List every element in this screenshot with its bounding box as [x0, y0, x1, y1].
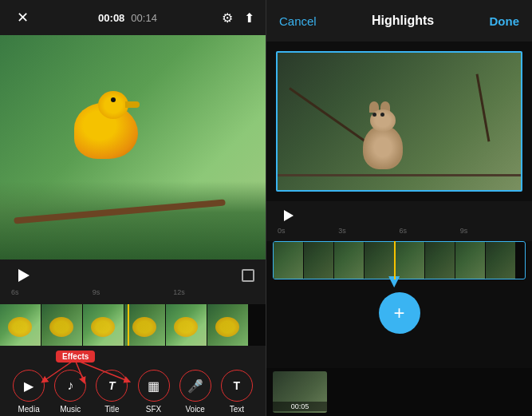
ground-line [278, 174, 521, 176]
film-frame [124, 304, 166, 346]
sfx-icon: ▦ [148, 378, 160, 394]
right-top-bar: Cancel Highlights Done [266, 0, 532, 42]
highlights-title: Highlights [372, 14, 434, 28]
text-icon-circle: T [221, 370, 253, 402]
title-icon: T [108, 379, 116, 392]
media-label: Media [18, 405, 39, 414]
ruler-tick-12s: 12s [173, 288, 254, 296]
sfx-label: SFX [146, 405, 161, 414]
right-filmstrip-container [273, 241, 526, 279]
current-time: 00:08 [98, 12, 124, 24]
right-film-frame [334, 242, 365, 279]
bird-shape [58, 91, 154, 171]
right-ruler-6s: 6s [400, 227, 460, 235]
toolbar-item-sfx[interactable]: ▦ SFX [138, 370, 170, 414]
right-video-preview [266, 42, 532, 201]
right-play-button[interactable] [278, 206, 297, 225]
toolbar-item-text[interactable]: T Text [221, 370, 253, 414]
media-icon-circle: ▶ [13, 370, 45, 402]
right-film-frame [486, 242, 516, 279]
fullscreen-icon[interactable] [242, 269, 254, 282]
bird-beak [125, 101, 140, 108]
left-video-preview [0, 35, 266, 260]
music-icon: ♪ [67, 378, 73, 393]
total-time: 00:14 [131, 12, 157, 24]
left-timeline-area: 6s 9s 12s [0, 260, 266, 304]
add-clip-icon: + [393, 303, 404, 323]
text-icon: T [234, 379, 241, 392]
left-play-button[interactable] [11, 264, 33, 287]
toolbar-item-music[interactable]: ♪ Music [54, 370, 86, 414]
bird-video-content [0, 35, 266, 260]
close-button[interactable]: ✕ [11, 9, 33, 26]
video-frame-border [276, 51, 522, 192]
toolbar-item-media[interactable]: ▶ Media [13, 370, 45, 414]
left-filmstrip [0, 304, 266, 346]
right-play-icon [284, 210, 294, 221]
add-clip-button[interactable]: + [379, 292, 420, 334]
right-controls-row [266, 201, 532, 225]
ruler-tick-9s: 9s [93, 288, 174, 296]
ruler-tick-6s: 6s [11, 288, 93, 296]
time-display: 00:08 00:14 [98, 12, 157, 24]
right-panel: Cancel Highlights Done [266, 0, 532, 416]
effects-label: Effects [56, 351, 95, 363]
play-icon [18, 269, 30, 282]
music-icon-circle: ♪ [54, 370, 86, 402]
top-bar-actions: ⚙ ⬆ [222, 10, 254, 26]
timeline-controls [0, 260, 266, 287]
voice-icon-circle: 🎤 [179, 370, 211, 402]
cancel-button[interactable]: Cancel [279, 14, 317, 28]
done-button[interactable]: Done [489, 14, 519, 28]
right-ruler-3s: 3s [338, 227, 399, 235]
stick-overlay2 [476, 73, 491, 141]
pd-body [363, 125, 403, 169]
music-label: Music [60, 405, 81, 414]
film-frame [207, 304, 249, 346]
thumbnail-item[interactable]: 00:05 [273, 371, 327, 413]
film-frame [0, 304, 41, 346]
right-ruler-9s: 9s [460, 227, 521, 235]
pd-eye-right [380, 113, 384, 117]
right-film-frame [365, 242, 395, 279]
right-film-frame [455, 242, 486, 279]
toolbar-item-voice[interactable]: 🎤 Voice [179, 370, 211, 414]
settings-icon[interactable]: ⚙ [222, 10, 233, 26]
film-frame [83, 304, 124, 346]
stick-overlay [289, 87, 370, 145]
pd-eye-left [372, 113, 376, 117]
left-playhead [128, 304, 129, 346]
title-label: Title [104, 405, 120, 414]
right-film-frame [274, 242, 304, 279]
left-top-bar: ✕ 00:08 00:14 ⚙ ⬆ [0, 0, 266, 35]
film-frame [166, 304, 207, 346]
voice-label: Voice [185, 405, 204, 414]
right-film-frame [304, 242, 334, 279]
text-label: Text [230, 405, 244, 414]
right-ruler-0s: 0s [278, 227, 338, 235]
thumbnail-time: 00:05 [273, 402, 327, 411]
right-ruler: 0s 3s 6s 9s [266, 225, 532, 235]
media-icon: ▶ [24, 378, 33, 394]
right-film-frame [395, 242, 425, 279]
share-icon[interactable]: ⬆ [244, 10, 254, 26]
title-icon-circle: T [96, 370, 128, 402]
right-filmstrip [273, 241, 526, 279]
timeline-ruler: 6s 9s 12s [0, 287, 266, 296]
left-panel: ✕ 00:08 00:14 ⚙ ⬆ [0, 0, 266, 416]
effects-toolbar: Effects ▶ Media ♪ [0, 346, 266, 416]
toolbar-items: ▶ Media ♪ Music T Title ▦ SFX [0, 346, 266, 416]
film-frame [41, 304, 83, 346]
prairie-dog [363, 125, 403, 169]
right-timeline-area: 0s 3s 6s 9s [266, 201, 532, 241]
voice-icon: 🎤 [187, 378, 203, 394]
right-thumbnail-row: 00:05 [266, 368, 532, 416]
sfx-icon-circle: ▦ [138, 370, 170, 402]
right-playhead [394, 241, 396, 279]
right-film-frame [425, 242, 455, 279]
toolbar-item-title[interactable]: T Title [96, 370, 128, 414]
